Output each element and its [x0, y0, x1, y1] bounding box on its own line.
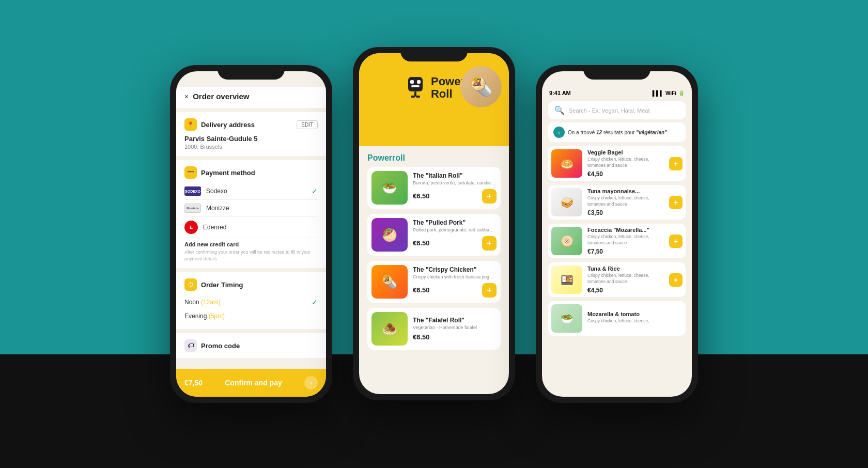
- menu-hero: Power Roll 🌯: [359, 53, 509, 146]
- menu-item[interactable]: 🌯 The "Crispy Chicken" Crispy chicken wi…: [367, 261, 501, 303]
- close-button[interactable]: ×: [184, 92, 189, 101]
- result-add-button[interactable]: +: [669, 157, 683, 170]
- result-image: 🥯: [551, 149, 582, 178]
- delivery-section: 📍 Delivery address EDIT Parvis Sainte-Gu…: [176, 112, 326, 156]
- svg-rect-1: [410, 80, 414, 84]
- result-desc: Crispy chicken, lettuce, cheese,: [587, 318, 683, 324]
- brand-logo: Power Roll: [403, 73, 465, 103]
- add-card-sub: After confirming your order you will be …: [184, 249, 318, 262]
- menu-item-price: €6.50: [413, 333, 430, 341]
- result-info: Mozarella & tomato Crispy chicken, lettu…: [587, 311, 683, 326]
- menu-item-image: 🥗: [371, 171, 408, 205]
- menu-item-image: 🥙: [371, 218, 408, 252]
- result-item-focaccia[interactable]: 🫓 Focaccia "Mozarella..." Crispy chicken…: [548, 224, 686, 258]
- result-desc: Crispy chicken, lettuce, cheese, tomatoe…: [587, 234, 664, 245]
- result-add-button[interactable]: +: [669, 196, 683, 209]
- menu-item[interactable]: 🥗 The "Italian Roll" Burrata, pesto verd…: [367, 167, 501, 209]
- signal-icon: ▌▌▌: [653, 90, 663, 96]
- timing-noon-name: Noon (12am): [184, 299, 312, 306]
- menu-screen: Power Roll 🌯 Powerroll 🥗: [359, 53, 509, 394]
- result-info: Tuna & Rice Crispy chicken, lettuce, che…: [587, 266, 664, 293]
- status-time: 9:41 AM: [549, 90, 571, 96]
- menu-item-name: The "Falafel Roll": [413, 317, 497, 324]
- phone-notch: [218, 65, 285, 80]
- address-line1: Parvis Sainte-Gudule 5: [184, 135, 318, 143]
- edenred-name: Edenred: [203, 224, 318, 231]
- add-item-button[interactable]: +: [482, 236, 497, 251]
- delivery-icon: 📍: [184, 118, 197, 131]
- timing-section: ⏱ Order Timing Noon (12am) ✓ Evening (5p…: [176, 272, 326, 329]
- search-results-list: 🥯 Veggie Bagel Crispy chicken, lettuce, …: [542, 146, 692, 397]
- timing-noon[interactable]: Noon (12am) ✓: [184, 295, 318, 309]
- svg-rect-3: [411, 85, 420, 87]
- confirm-bar[interactable]: €7,50 Confirm and pay ›: [176, 369, 326, 397]
- search-input[interactable]: Search - Ex: Vegan, Halal, Meat: [569, 107, 650, 114]
- back-button[interactable]: ‹: [553, 127, 565, 138]
- menu-item-desc: Burrata, pesto verde, tartufata, candied…: [413, 180, 497, 186]
- svg-rect-0: [408, 77, 423, 91]
- menu-list-header: Powerroll: [359, 146, 509, 167]
- result-price: €7,50: [587, 248, 664, 255]
- payment-edenred[interactable]: E Edenred: [184, 217, 318, 238]
- result-name: Mozarella & tomato: [587, 311, 683, 317]
- promo-section[interactable]: 🏷 Promo code: [176, 333, 326, 358]
- search-bar[interactable]: 🔍 Search - Ex: Vegan, Halal, Meat: [548, 101, 686, 119]
- result-item-veggie-bagel[interactable]: 🥯 Veggie Bagel Crispy chicken, lettuce, …: [548, 146, 686, 181]
- add-card-label[interactable]: Add new credit card: [184, 241, 318, 247]
- phone-search: 9:41 AM ▌▌▌ WiFi 🔋 🔍 Search - Ex: Vegan,…: [536, 65, 698, 403]
- result-info: Veggie Bagel Crispy chicken, lettuce, ch…: [587, 149, 664, 177]
- edenred-logo: E: [184, 221, 198, 234]
- result-item-tuna-mayo[interactable]: 🥪 Tuna mayonnaise... Crispy chicken, let…: [548, 185, 686, 220]
- sodexo-logo: SODEXO: [184, 186, 201, 196]
- result-info: Tuna mayonnaise... Crispy chicken, lettu…: [587, 188, 664, 216]
- result-add-button[interactable]: +: [669, 273, 683, 287]
- result-name: Tuna & Rice: [587, 266, 664, 272]
- add-item-button[interactable]: +: [482, 189, 497, 204]
- result-desc: Crispy chicken, lettuce, cheese, tomatoe…: [587, 195, 664, 207]
- timing-evening-name: Evening (5pm): [184, 313, 318, 320]
- sodexo-name: Sodexo: [206, 188, 312, 195]
- menu-item-price: €6.50: [413, 286, 430, 294]
- edit-address-button[interactable]: EDIT: [297, 120, 318, 129]
- menu-item-info: The "Pulled Pork" Pulled pork, pomegrana…: [413, 219, 497, 251]
- search-screen: 9:41 AM ▌▌▌ WiFi 🔋 🔍 Search - Ex: Vegan,…: [542, 71, 692, 397]
- result-name: Tuna mayonnaise...: [587, 188, 664, 194]
- result-desc: Crispy chicken, lettuce, cheese, tomatoe…: [587, 273, 664, 284]
- result-item-tuna-rice[interactable]: 🍱 Tuna & Rice Crispy chicken, lettuce, c…: [548, 262, 686, 297]
- result-item-mozza-tomato[interactable]: 🥗 Mozarella & tomato Crispy chicken, let…: [548, 301, 686, 336]
- result-image: 🫓: [551, 227, 582, 255]
- menu-item-name: The "Crispy Chicken": [413, 266, 497, 273]
- payment-label: Payment method: [201, 169, 318, 177]
- result-info: Focaccia "Mozarella..." Crispy chicken, …: [587, 227, 664, 255]
- result-desc: Crispy chicken, lettuce, cheese, tomatoe…: [587, 157, 664, 168]
- result-price: €3,50: [587, 209, 664, 216]
- svg-rect-2: [417, 80, 421, 84]
- menu-item[interactable]: 🧆 The "Falafel Roll" Vegetarian - Homema…: [367, 308, 501, 350]
- menu-item-info: The "Crispy Chicken" Crispy chicken with…: [413, 266, 497, 298]
- menu-item[interactable]: 🥙 The "Pulled Pork" Pulled pork, pomegra…: [367, 214, 501, 256]
- promo-label: Promo code: [201, 342, 240, 350]
- confirm-price: €7,50: [184, 379, 203, 387]
- confirm-arrow-icon: ›: [304, 376, 318, 389]
- payment-monizze[interactable]: Monizze Monizze: [184, 200, 318, 217]
- order-screen: × Order overview 📍 Delivery address EDIT…: [176, 71, 326, 397]
- add-item-button[interactable]: +: [482, 283, 497, 298]
- result-add-button[interactable]: +: [669, 235, 683, 248]
- menu-item-name: The "Italian Roll": [413, 172, 497, 179]
- status-right: ▌▌▌ WiFi 🔋: [653, 90, 685, 96]
- result-name: Focaccia "Mozarella...": [587, 227, 664, 233]
- result-image: 🥗: [551, 304, 582, 333]
- mascot-icon: [403, 73, 428, 103]
- menu-items-list: 🥗 The "Italian Roll" Burrata, pesto verd…: [359, 167, 509, 394]
- menu-item-info: The "Italian Roll" Burrata, pesto verde,…: [413, 172, 497, 204]
- menu-item-desc: Vegetarian - Homemade falafel: [413, 325, 497, 331]
- monizze-name: Monizze: [206, 205, 318, 212]
- payment-sodexo[interactable]: SODEXO Sodexo ✓: [184, 183, 318, 200]
- timing-evening[interactable]: Evening (5pm): [184, 309, 318, 323]
- payment-section: 💳 Payment method SODEXO Sodexo ✓ Monizze…: [176, 160, 326, 268]
- menu-item-image: 🌯: [371, 265, 408, 299]
- result-name: Veggie Bagel: [587, 149, 664, 155]
- promo-icon: 🏷: [184, 339, 197, 352]
- result-image: 🥪: [551, 188, 582, 216]
- menu-item-desc: Pulled pork, pomegranate, red cabbage, a…: [413, 227, 497, 233]
